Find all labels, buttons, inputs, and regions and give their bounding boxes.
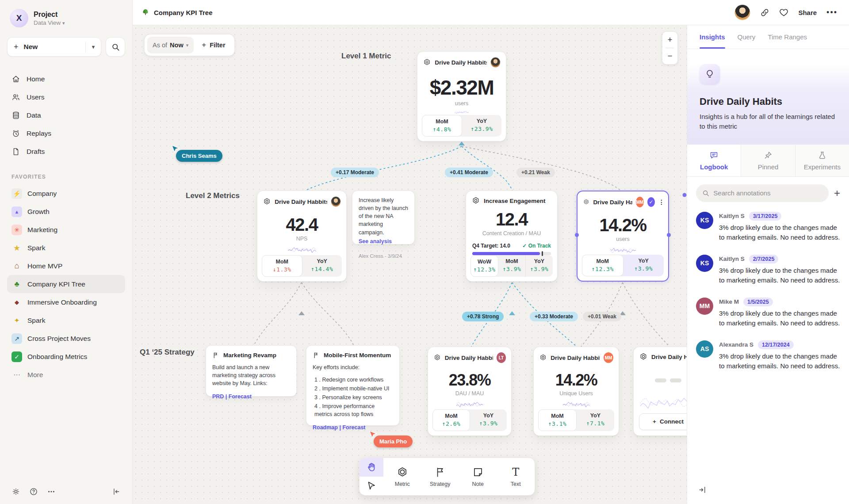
sidebar-item-home[interactable]: Home — [7, 70, 125, 88]
asof-dropdown[interactable]: As of Now ▾ — [147, 37, 194, 53]
sidebar-item-more[interactable]: ⋯ More — [7, 366, 125, 384]
select-tool-button[interactable] — [359, 477, 383, 495]
sidebar-item-spark-2[interactable]: ✦ Spark — [7, 311, 125, 329]
favorite-heart-icon[interactable] — [779, 8, 788, 17]
collapse-sidebar-icon[interactable] — [112, 487, 121, 496]
annotation-item[interactable]: KS Kaitlyn S 3/17/2025 3% drop likely du… — [696, 212, 840, 243]
tab-query[interactable]: Query — [738, 25, 756, 49]
owner-avatar[interactable] — [331, 196, 341, 207]
collaborator-badge[interactable]: LT — [497, 352, 506, 363]
metric-card-drive-daily-habbits-l1[interactable]: Drive Daily Habbits $2.32M users MoM ↑4.… — [417, 51, 506, 141]
connect-button[interactable]: + Connect — [639, 413, 687, 430]
collaborator-badge[interactable]: MM — [636, 197, 644, 207]
zoom-out-button[interactable]: − — [662, 48, 677, 64]
card-menu-icon[interactable]: ⋮ — [658, 201, 663, 204]
tab-logbook[interactable]: Logbook — [687, 145, 741, 176]
tree-icon: ♣ — [11, 279, 22, 290]
overflow-menu-icon[interactable]: ••• — [826, 8, 838, 17]
tab-time-ranges[interactable]: Time Ranges — [768, 25, 807, 49]
stat-yoy[interactable]: YoY ↑14.4% — [302, 255, 342, 277]
note-links[interactable]: Roadmap | Forecast — [313, 424, 393, 431]
metric-card-unique-users[interactable]: Drive Daily Habbits MM 14.2% Unique User… — [533, 347, 619, 436]
stat-yoy[interactable]: YoY ↑7.1% — [577, 409, 614, 431]
add-filter-button[interactable]: + Filter — [195, 41, 231, 50]
annotation-search[interactable] — [696, 184, 829, 202]
owner-avatar[interactable] — [490, 57, 501, 68]
help-icon[interactable] — [29, 487, 38, 496]
annotation-item[interactable]: KS Kaitlyn S 2/7/2025 3% drop likely due… — [696, 255, 840, 286]
metric-card-drive-daily-habbits-nps[interactable]: Drive Daily Habbits 42.4 NPS MoM ↓1.3% Y… — [257, 191, 347, 282]
new-button[interactable]: + New ▾ — [7, 37, 101, 57]
annotation-date-badge[interactable]: 3/17/2025 — [749, 212, 782, 221]
canvas-note-analysis[interactable]: Increase likely driven by the launch of … — [352, 191, 415, 244]
current-user-avatar[interactable] — [734, 4, 750, 20]
sidebar-item-company[interactable]: ⚡ Company — [7, 184, 125, 202]
see-analysis-link[interactable]: See analysis — [359, 237, 408, 245]
annotation-date-badge[interactable]: 12/17/2024 — [758, 340, 794, 349]
sidebar-item-replays[interactable]: Replays — [7, 124, 125, 142]
sidebar-item-cross-project-moves[interactable]: ↗ Cross Project Moves — [7, 329, 125, 347]
stat-yoy[interactable]: YoY ↑3.9% — [525, 255, 553, 277]
stat-mom[interactable]: MoM ↑2.6% — [432, 409, 470, 431]
collapse-anchor[interactable] — [509, 311, 515, 315]
stat-mom[interactable]: MoM ↑3.9% — [498, 255, 525, 277]
stat-mom[interactable]: MoM ↑3.1% — [538, 409, 577, 431]
settings-gear-icon[interactable] — [11, 487, 20, 496]
note-links[interactable]: PRD | Forecast — [212, 393, 290, 401]
sidebar-item-spark[interactable]: ★ Spark — [7, 239, 125, 257]
text-tool-button[interactable]: T Text — [497, 458, 535, 495]
share-button[interactable]: Share — [798, 9, 817, 16]
cursor-arrow-icon — [171, 144, 180, 154]
stat-mom[interactable]: MoM ↑12.3% — [582, 255, 623, 276]
strategy-note-mobile-first-momentum[interactable]: Mobile-First Momentum Key efforts includ… — [306, 345, 400, 426]
sidebar-item-users[interactable]: Users — [7, 88, 125, 106]
annotation-item[interactable]: AS Alexandra S 12/17/2024 3% drop likely… — [696, 340, 840, 371]
tab-insights[interactable]: Insights — [700, 25, 725, 49]
tab-experiments[interactable]: Experiments — [795, 145, 849, 176]
sidebar-item-growth[interactable]: ▲ Growth — [7, 202, 125, 221]
copy-link-icon[interactable] — [760, 8, 769, 17]
collapse-anchor[interactable] — [298, 311, 305, 315]
annotation-date-badge[interactable]: 1/5/2025 — [743, 298, 773, 306]
sidebar-item-immersive-onboarding[interactable]: ◆ Immersive Onboarding — [7, 293, 125, 311]
metric-card-unconnected[interactable]: Drive Daily Hab + Connect — [633, 347, 687, 436]
strategy-note-marketing-revamp[interactable]: Marketing Revamp Build and launch a new … — [206, 345, 297, 397]
resize-handle[interactable] — [575, 233, 579, 237]
metric-card-drive-daily-habbits-selected[interactable]: Drive Daily Habb.. MM ✓ ⋮ 14.2% users Mo… — [577, 191, 669, 282]
stat-yoy[interactable]: YoY ↑3.9% — [470, 409, 507, 431]
sidebar-search-button[interactable] — [106, 37, 125, 57]
kpi-tree-canvas[interactable]: As of Now ▾ + Filter + − Level 1 Metric … — [133, 25, 687, 504]
stat-yoy[interactable]: YoY ↑3.9% — [623, 255, 664, 276]
add-annotation-button[interactable]: + — [834, 188, 840, 199]
stat-wow[interactable]: WoW ↑12.3% — [470, 255, 498, 277]
stat-yoy[interactable]: YoY ↑23.9% — [462, 115, 501, 137]
collapse-panel-icon[interactable] — [698, 485, 707, 494]
new-dropdown-chevron[interactable]: ▾ — [85, 42, 95, 52]
sidebar-item-drafts[interactable]: Drafts — [7, 142, 125, 160]
sidebar-item-data[interactable]: Data — [7, 106, 125, 124]
project-switcher[interactable]: X Project Data View ▾ — [7, 9, 125, 27]
stat-mom[interactable]: MoM ↓1.3% — [262, 255, 302, 277]
metric-card-dau-mau[interactable]: Drive Daily Habbits LT 23.8% DAU / MAU M… — [428, 347, 512, 436]
tab-pinned[interactable]: Pinned — [741, 145, 795, 176]
sidebar-item-company-kpi-tree[interactable]: ♣ Company KPI Tree — [7, 275, 125, 293]
sidebar-item-marketing[interactable]: ✳ Marketing — [7, 221, 125, 239]
plus-icon: + — [202, 41, 206, 50]
search-annotations-input[interactable] — [713, 189, 822, 197]
collaborator-badge[interactable]: MM — [604, 352, 613, 363]
annotation-date-badge[interactable]: 2/7/2025 — [749, 255, 779, 263]
stat-mom[interactable]: MoM ↑4.8% — [422, 115, 462, 137]
strategy-tool-button[interactable]: Strategy — [421, 458, 459, 495]
annotation-item[interactable]: MM Mike M 1/5/2025 3% drop likely due to… — [696, 298, 840, 328]
hand-tool-button[interactable] — [359, 458, 383, 477]
metric-tool-button[interactable]: Metric — [383, 458, 421, 495]
resize-handle[interactable] — [667, 233, 671, 237]
sidebar-item-onboarding-metrics[interactable]: ✓ Onboarding Metrics — [7, 347, 125, 366]
note-tool-button[interactable]: Note — [459, 458, 497, 495]
more-options-icon[interactable] — [47, 487, 56, 496]
workspace-selector[interactable]: Data View ▾ — [34, 19, 65, 26]
sidebar-item-home-mvp[interactable]: ⌂ Home MVP — [7, 257, 125, 275]
collapse-anchor[interactable] — [459, 141, 465, 145]
metric-card-increase-engagement[interactable]: Increase Engagement 12.4 Content Creatio… — [466, 191, 558, 282]
zoom-in-button[interactable]: + — [662, 32, 677, 48]
